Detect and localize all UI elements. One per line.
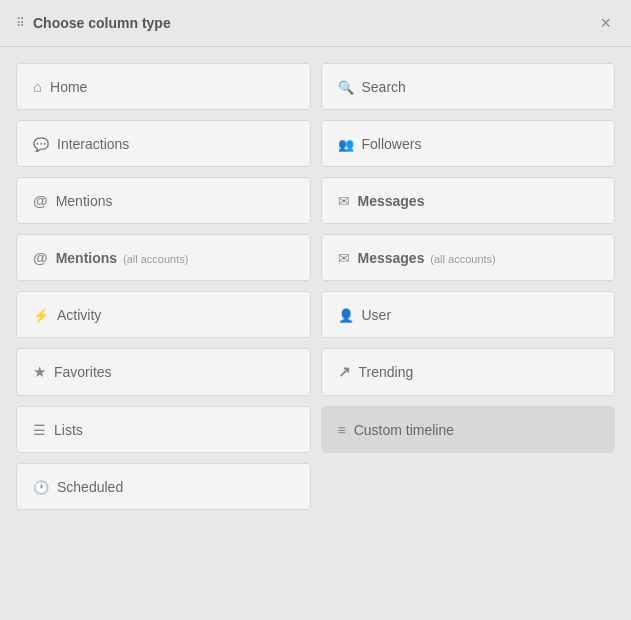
- mentions-all-icon: [33, 249, 48, 266]
- followers-icon: [338, 135, 354, 152]
- favorites-icon: [33, 363, 46, 381]
- mentions-all-button[interactable]: Mentions (all accounts): [16, 234, 311, 281]
- messages-all-label-container: Messages (all accounts): [358, 250, 496, 266]
- activity-button[interactable]: Activity: [16, 291, 311, 338]
- activity-icon: [33, 306, 49, 323]
- messages-all-sub-label: (all accounts): [430, 253, 495, 265]
- lists-button[interactable]: Lists: [16, 406, 311, 453]
- messages-button[interactable]: Messages: [321, 177, 616, 224]
- mentions-all-sub-label: (all accounts): [123, 253, 188, 265]
- dialog-header: ⠿ Choose column type ×: [0, 0, 631, 47]
- messages-all-button[interactable]: Messages (all accounts): [321, 234, 616, 281]
- followers-button[interactable]: Followers: [321, 120, 616, 167]
- scheduled-label: Scheduled: [57, 479, 123, 495]
- mentions-all-label: Mentions: [56, 250, 117, 266]
- trending-button[interactable]: Trending: [321, 348, 616, 396]
- favorites-button[interactable]: Favorites: [16, 348, 311, 396]
- trending-label: Trending: [359, 364, 414, 380]
- home-icon: [33, 78, 42, 95]
- custom-timeline-button[interactable]: Custom timeline: [321, 406, 616, 453]
- mentions-button[interactable]: Mentions: [16, 177, 311, 224]
- drag-icon: ⠿: [16, 16, 25, 30]
- home-label: Home: [50, 79, 87, 95]
- scheduled-icon: [33, 478, 49, 495]
- mentions-label: Mentions: [56, 193, 113, 209]
- interactions-button[interactable]: Interactions: [16, 120, 311, 167]
- custom-timeline-icon: [338, 421, 346, 438]
- close-button[interactable]: ×: [596, 12, 615, 34]
- mentions-icon: [33, 192, 48, 209]
- messages-all-icon: [338, 249, 350, 266]
- trending-icon: [338, 363, 351, 381]
- dialog-title-area: ⠿ Choose column type: [16, 15, 171, 31]
- custom-timeline-label: Custom timeline: [354, 422, 454, 438]
- user-button[interactable]: User: [321, 291, 616, 338]
- messages-all-label: Messages: [358, 250, 425, 266]
- interactions-label: Interactions: [57, 136, 129, 152]
- scheduled-button[interactable]: Scheduled: [16, 463, 311, 510]
- column-type-grid: Home Search Interactions Followers Menti…: [0, 47, 631, 620]
- dialog-title: Choose column type: [33, 15, 171, 31]
- messages-icon: [338, 192, 350, 209]
- search-icon: [338, 78, 354, 95]
- lists-label: Lists: [54, 422, 83, 438]
- followers-label: Followers: [362, 136, 422, 152]
- lists-icon: [33, 421, 46, 438]
- favorites-label: Favorites: [54, 364, 112, 380]
- home-button[interactable]: Home: [16, 63, 311, 110]
- user-icon: [338, 306, 354, 323]
- mentions-all-label-container: Mentions (all accounts): [56, 250, 189, 266]
- user-label: User: [362, 307, 392, 323]
- activity-label: Activity: [57, 307, 101, 323]
- messages-label: Messages: [358, 193, 425, 209]
- interactions-icon: [33, 135, 49, 152]
- search-button[interactable]: Search: [321, 63, 616, 110]
- choose-column-dialog: ⠿ Choose column type × Home Search Inter…: [0, 0, 631, 620]
- search-label: Search: [362, 79, 406, 95]
